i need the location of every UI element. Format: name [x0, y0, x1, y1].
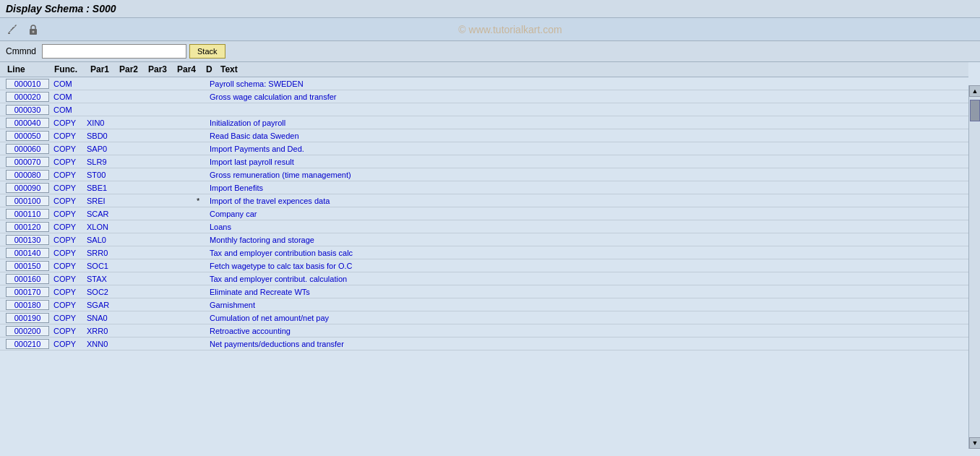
cell-par3 — [140, 122, 168, 124]
cell-par2 — [113, 304, 140, 306]
cell-par1: XIN0 — [85, 118, 113, 128]
cell-text: Cumulation of net amount/net pay — [208, 313, 963, 323]
cell-text: Import Benefits — [208, 183, 963, 193]
cell-func: COPY — [52, 131, 85, 141]
table-row[interactable]: 000120COPYXLONLoans — [0, 220, 968, 233]
main-content: Line Func. Par1 Par2 Par3 Par4 D Text 00… — [0, 62, 980, 456]
cell-d — [195, 83, 208, 85]
table-row[interactable]: 000110COPYSCARCompany car — [0, 207, 968, 220]
cell-par3 — [140, 252, 168, 254]
cell-text: Read Basic data Sweden — [208, 131, 963, 141]
scroll-up-button[interactable]: ▲ — [969, 85, 980, 97]
cell-par1: XRR0 — [85, 326, 113, 336]
cell-par4 — [168, 343, 195, 345]
cell-par4 — [168, 226, 195, 228]
cell-par4 — [168, 330, 195, 332]
cell-d — [195, 343, 208, 345]
cell-par3 — [140, 174, 168, 176]
cell-func: COPY — [52, 209, 85, 219]
cell-par1: SBD0 — [85, 131, 113, 141]
table-row[interactable]: 000050COPYSBD0Read Basic data Sweden — [0, 129, 968, 142]
scroll-down-button[interactable]: ▼ — [969, 437, 980, 449]
cell-line: 000120 — [6, 222, 49, 232]
cell-par2 — [113, 83, 140, 85]
table-row[interactable]: 000170COPYSOC2Eliminate and Recreate WTs — [0, 285, 968, 298]
table-row[interactable]: 000150COPYSOC1Fetch wagetype to calc tax… — [0, 259, 968, 272]
table-row[interactable]: 000080COPYST00Gross remuneration (time m… — [0, 168, 968, 181]
cell-line: 000150 — [6, 261, 49, 271]
cell-text: Retroactive accounting — [208, 326, 963, 336]
cell-par4 — [168, 278, 195, 280]
table-row[interactable]: 000190COPYSNA0Cumulation of net amount/n… — [0, 311, 968, 324]
cell-par2 — [113, 187, 140, 189]
cell-line: 000210 — [6, 339, 49, 349]
cell-par3 — [140, 187, 168, 189]
cell-d — [195, 96, 208, 98]
header-par3: Par3 — [147, 64, 176, 75]
table-row[interactable]: 000200COPYXRR0Retroactive accounting — [0, 324, 968, 337]
cell-line: 000020 — [6, 92, 49, 102]
cell-func: COPY — [52, 287, 85, 297]
scroll-track — [969, 97, 980, 437]
cell-par3 — [140, 213, 168, 215]
vertical-scrollbar[interactable]: ▲ ▼ — [968, 85, 980, 449]
cell-line: 000130 — [6, 235, 49, 245]
table-row[interactable]: 000210COPYXNN0Net payments/deductions an… — [0, 337, 968, 350]
cell-text: Payroll schema: SWEDEN — [208, 79, 963, 89]
header-par1: Par1 — [89, 64, 118, 75]
cell-par4 — [168, 96, 195, 98]
cell-par1: STAX — [85, 274, 113, 284]
cell-par2 — [113, 148, 140, 150]
cell-d — [195, 239, 208, 241]
cell-d — [195, 291, 208, 293]
table-row[interactable]: 000100COPYSREI*Import of the travel expe… — [0, 194, 968, 207]
cell-text: Initialization of payroll — [208, 118, 963, 128]
cell-func: COPY — [52, 118, 85, 128]
cell-text: Gross remuneration (time management) — [208, 170, 963, 180]
command-label: Cmmnd — [6, 46, 36, 56]
table-row[interactable]: 000140COPYSRR0Tax and employer contribut… — [0, 246, 968, 259]
table-row[interactable]: 000040COPYXIN0Initialization of payroll — [0, 116, 968, 129]
cell-par1: SREI — [85, 196, 113, 206]
table-row[interactable]: 000070COPYSLR9Import last payroll result — [0, 155, 968, 168]
table-row[interactable]: 000030COM — [0, 103, 968, 116]
cell-par3 — [140, 239, 168, 241]
page-title: Display Schema : S000 — [6, 3, 116, 14]
command-input[interactable] — [42, 44, 186, 59]
stack-button[interactable]: Stack — [189, 44, 225, 59]
cell-par4 — [168, 174, 195, 176]
cell-line: 000100 — [6, 196, 49, 206]
cell-text: Company car — [208, 209, 963, 219]
scroll-thumb[interactable] — [970, 100, 980, 121]
cell-par4 — [168, 265, 195, 267]
table-row[interactable]: 000010COMPayroll schema: SWEDEN — [0, 77, 968, 90]
cell-d — [195, 109, 208, 111]
lock-icon[interactable] — [26, 22, 40, 37]
cell-par2 — [113, 174, 140, 176]
cell-par1: SAP0 — [85, 144, 113, 154]
watermark-text: © www.tutorialkart.com — [46, 24, 974, 35]
cell-func: COPY — [52, 261, 85, 271]
cell-func: COPY — [52, 248, 85, 258]
table-row[interactable]: 000090COPYSBE1Import Benefits — [0, 181, 968, 194]
cell-par4 — [168, 135, 195, 137]
wrench-icon[interactable] — [6, 22, 20, 37]
cell-par2 — [113, 239, 140, 241]
cell-par2 — [113, 291, 140, 293]
cell-par2 — [113, 265, 140, 267]
table-row[interactable]: 000130COPYSAL0Monthly factoring and stor… — [0, 233, 968, 246]
table-row[interactable]: 000180COPYSGARGarnishment — [0, 298, 968, 311]
cell-par3 — [140, 200, 168, 202]
table-row[interactable]: 000020COMGross wage calculation and tran… — [0, 90, 968, 103]
cell-line: 000180 — [6, 300, 49, 310]
table-row[interactable]: 000060COPYSAP0Import Payments and Ded. — [0, 142, 968, 155]
table-row[interactable]: 000160COPYSTAXTax and employer contribut… — [0, 272, 968, 285]
cell-par2 — [113, 135, 140, 137]
cell-par3 — [140, 265, 168, 267]
cell-text: Import Payments and Ded. — [208, 144, 963, 154]
cell-func: COPY — [52, 183, 85, 193]
cell-text — [208, 109, 963, 111]
title-bar: Display Schema : S000 — [0, 0, 980, 18]
cell-par4 — [168, 122, 195, 124]
cell-par2 — [113, 317, 140, 319]
